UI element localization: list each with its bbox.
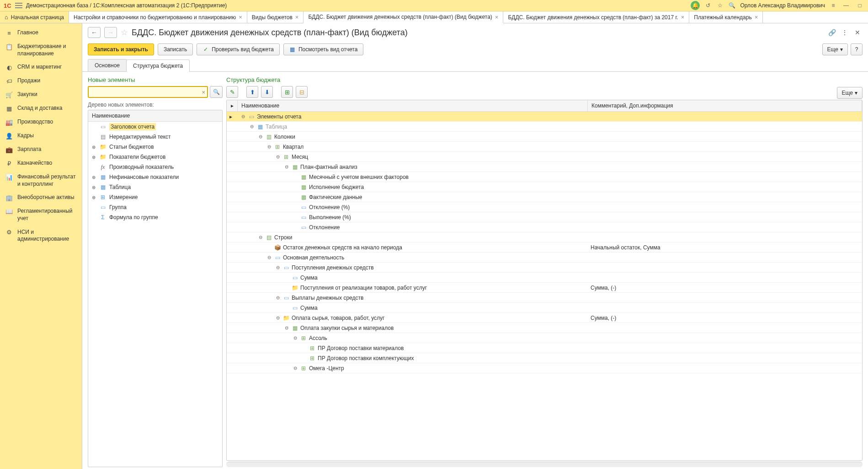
more-button[interactable]: Еще ▾ — [822, 43, 848, 55]
new-element-row[interactable]: ⊕▦Таблица — [88, 182, 222, 192]
move-up-button[interactable]: ⬆ — [246, 86, 258, 98]
search-input[interactable] — [88, 86, 208, 98]
expander-icon[interactable]: ⊖ — [266, 144, 272, 149]
user-menu-icon[interactable]: ≡ — [830, 2, 837, 9]
history-icon[interactable]: ↺ — [704, 2, 712, 9]
clear-icon[interactable]: × — [202, 89, 205, 96]
structure-row[interactable]: ⊖▦План-фактный анализ — [227, 162, 862, 172]
forward-button[interactable]: → — [104, 27, 117, 38]
maximize-button[interactable]: □ — [855, 2, 864, 9]
tab-4[interactable]: БДДС. Бюджет движения денежных средств (… — [503, 11, 689, 23]
new-element-row[interactable]: ⊕📁Статьи бюджетов — [88, 142, 222, 152]
expander-icon[interactable]: ⊖ — [266, 255, 272, 260]
tab-1[interactable]: Настройки и справочники по бюджетировани… — [69, 11, 247, 23]
expander-icon[interactable]: ⊕ — [91, 175, 96, 180]
nav-item-5[interactable]: ▦Склад и доставка — [0, 102, 82, 115]
new-element-row[interactable]: ·ΣФормула по группе — [88, 212, 222, 222]
structure-row[interactable]: ⊖⊞Ассоль — [227, 333, 862, 343]
star-icon[interactable]: ☆ — [121, 27, 128, 38]
nav-item-11[interactable]: 🏢Внеоборотные активы — [0, 191, 82, 205]
structure-row[interactable]: ⊖▭Поступления денежных средств — [227, 263, 862, 273]
structure-row[interactable]: ·⊞ПР Договор поставки материалов — [227, 343, 862, 353]
inner-tab-1[interactable]: Структура бюджета — [126, 59, 190, 72]
structure-row[interactable]: ·▦Фактические данные — [227, 192, 862, 202]
nav-item-13[interactable]: ⚙НСИ и администрирование — [0, 226, 82, 246]
structure-row[interactable]: ·▦Исполнение бюджета — [227, 182, 862, 192]
expander-icon[interactable]: ⊖ — [284, 164, 289, 169]
menu-icon[interactable] — [15, 3, 22, 8]
structure-row[interactable]: ·📁Поступления от реализации товаров, раб… — [227, 283, 862, 293]
expander-icon[interactable]: ⊖ — [275, 295, 281, 300]
expander-icon[interactable]: ⊕ — [91, 145, 96, 150]
expander-icon[interactable]: ⊖ — [275, 154, 281, 159]
new-element-row[interactable]: ⊕📁Показатели бюджетов — [88, 152, 222, 162]
expander-icon[interactable]: ⊕ — [91, 195, 96, 200]
col-marker[interactable]: ▸ — [227, 100, 238, 111]
move-down-button[interactable]: ⬇ — [261, 86, 273, 98]
structure-row[interactable]: ⊖📁Оплата сырья, товаров, работ, услугСум… — [227, 313, 862, 323]
nav-item-0[interactable]: ≡Главное — [0, 26, 82, 40]
tab-close-icon[interactable]: × — [681, 14, 685, 21]
nav-item-4[interactable]: 🛒Закупки — [0, 88, 82, 102]
nav-item-2[interactable]: ◐CRM и маркетинг — [0, 60, 82, 74]
kebab-icon[interactable]: ⋮ — [840, 27, 850, 38]
new-element-row[interactable]: ·▭Группа — [88, 202, 222, 212]
expander-icon[interactable]: ⊖ — [293, 335, 298, 340]
expander-icon[interactable]: ⊖ — [249, 124, 255, 129]
link-icon[interactable]: 🔗 — [827, 27, 837, 38]
structure-row[interactable]: ·▭Выполнение (%) — [227, 212, 862, 222]
structure-row[interactable]: ⊖▥Колонки — [227, 132, 862, 142]
search-button[interactable]: 🔍 — [210, 86, 223, 98]
tab-close-icon[interactable]: × — [755, 14, 758, 21]
tab-close-icon[interactable]: × — [295, 14, 299, 21]
structure-row[interactable]: ⊖⊞Омега -Центр — [227, 363, 862, 373]
new-element-row[interactable]: ·▭Заголовок отчета — [88, 122, 222, 132]
structure-row[interactable]: ⊖▭Выплаты денежных средств — [227, 293, 862, 303]
expander-icon[interactable]: ⊖ — [258, 134, 263, 139]
expander-icon[interactable]: ⊖ — [240, 114, 246, 119]
favorite-icon[interactable]: ☆ — [716, 2, 724, 9]
structure-row[interactable]: ⊖⊞Квартал — [227, 142, 862, 152]
tab-2[interactable]: Виды бюджетов× — [247, 11, 304, 23]
collapse-all-button[interactable]: ⊟ — [296, 86, 308, 98]
structure-row[interactable]: ▸⊖▭Элементы отчета — [227, 112, 862, 122]
edit-button[interactable]: ✎ — [226, 86, 238, 98]
help-button[interactable]: ? — [851, 43, 863, 55]
search-icon[interactable]: 🔍 — [728, 2, 735, 9]
nav-item-9[interactable]: ₽Казначейство — [0, 156, 82, 170]
structure-row[interactable]: ·▭Сумма — [227, 303, 862, 313]
expander-icon[interactable]: ⊖ — [258, 235, 263, 240]
expander-icon[interactable]: ⊕ — [91, 185, 96, 190]
structure-row[interactable]: ⊖▭Основная деятельность — [227, 253, 862, 263]
nav-item-12[interactable]: 📖Регламентированный учет — [0, 205, 82, 225]
col-comment[interactable]: Комментарий, Доп.информация — [588, 100, 862, 111]
nav-item-10[interactable]: 📊Финансовый результат и контроллинг — [0, 170, 82, 191]
tab-close-icon[interactable]: × — [495, 14, 499, 21]
tab-3[interactable]: БДДС. Бюджет движения денежных средств (… — [304, 11, 503, 23]
minimize-button[interactable]: — — [841, 2, 851, 9]
new-element-row[interactable]: ·▤Нередактируемый текст — [88, 132, 222, 142]
structure-row[interactable]: ⊖▦Таблица — [227, 122, 862, 132]
user-name[interactable]: Орлов Александр Владимирович — [740, 2, 825, 9]
nav-item-8[interactable]: 💼Зарплата — [0, 143, 82, 156]
tab-close-icon[interactable]: × — [239, 14, 242, 21]
structure-row[interactable]: ·▭Сумма — [227, 273, 862, 283]
structure-row[interactable]: ·▦Месячный с учетом внешних факторов — [227, 172, 862, 182]
expander-icon[interactable]: ⊖ — [275, 265, 281, 270]
expander-icon[interactable]: ⊕ — [91, 155, 96, 160]
new-element-row[interactable]: ⊕▦Нефинансовые показатели — [88, 172, 222, 182]
save-close-button[interactable]: Записать и закрыть — [88, 43, 154, 55]
expand-all-button[interactable]: ⊞ — [281, 86, 293, 98]
notification-icon[interactable]: 🔔 — [691, 1, 700, 10]
structure-row[interactable]: ·📦Остаток денежных средств на начало пер… — [227, 243, 862, 253]
check-button[interactable]: ✓ Проверить вид бюджета — [197, 43, 280, 55]
tab-0[interactable]: ⌂Начальная страница — [0, 11, 69, 23]
structure-row[interactable]: ⊖⊞Месяц — [227, 152, 862, 162]
view-report-button[interactable]: ▦ Посмотреть вид отчета — [283, 43, 363, 55]
structure-row[interactable]: ⊖▤Строки — [227, 232, 862, 243]
structure-more-button[interactable]: Еще ▾ — [837, 87, 863, 99]
structure-row[interactable]: ·▭Отклонение (%) — [227, 202, 862, 212]
col-name[interactable]: Наименование — [238, 100, 588, 111]
structure-row[interactable]: ·⊞ПР Договор поставки комплектующих — [227, 353, 862, 363]
nav-item-7[interactable]: 👤Кадры — [0, 129, 82, 143]
